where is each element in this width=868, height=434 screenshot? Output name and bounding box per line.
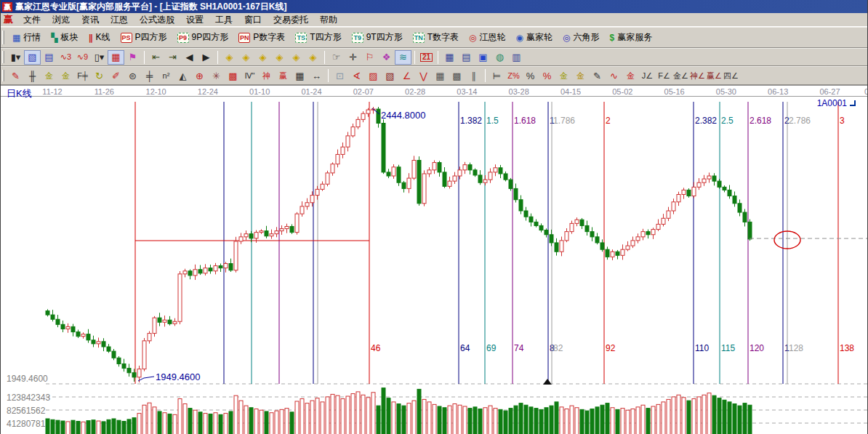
gann-count-label: 115 xyxy=(721,343,735,353)
candle-body xyxy=(427,170,431,174)
application-window: 赢 赢家江恩专业版[赢家内部服务平台] - [上证指数 SH1A0001-167… xyxy=(0,0,868,434)
candle-body xyxy=(412,161,416,179)
candle-body xyxy=(97,342,100,344)
candle-body xyxy=(377,109,380,123)
volume-bar xyxy=(377,406,380,434)
volume-bar xyxy=(107,419,110,434)
volume-bar xyxy=(132,418,136,434)
candle-body xyxy=(682,190,686,194)
candle-body xyxy=(321,184,324,189)
axis-value-label: 82561562 xyxy=(7,406,46,416)
candle-body xyxy=(651,230,655,235)
gann-ratio-label: 1.382 xyxy=(460,116,482,126)
candle-body xyxy=(707,176,711,179)
volume-bar xyxy=(702,395,706,434)
volume-bar xyxy=(366,398,370,434)
volume-bar xyxy=(346,396,350,434)
candle-body xyxy=(46,311,49,315)
volume-bar xyxy=(198,412,202,434)
volume-bar xyxy=(387,398,390,434)
volume-bar xyxy=(550,406,553,434)
candle-body xyxy=(341,147,345,154)
candle-body xyxy=(168,320,172,324)
axis-value-label: 41280781 xyxy=(7,419,46,429)
volume-bar xyxy=(275,411,278,434)
candle-body xyxy=(494,168,497,172)
candle-body xyxy=(265,231,268,236)
volume-bar xyxy=(539,409,543,434)
candle-body xyxy=(733,196,736,204)
candle-body xyxy=(702,179,706,182)
volume-bar xyxy=(290,412,294,434)
gann-ratio-label: 2.5 xyxy=(721,116,734,126)
candle-body xyxy=(234,241,238,270)
gann-count-label: 110 xyxy=(695,343,709,353)
candle-body xyxy=(723,187,726,190)
candle-body xyxy=(626,246,630,249)
candle-body xyxy=(76,332,80,337)
candle-body xyxy=(336,154,339,164)
volume-bar xyxy=(142,405,146,434)
volume-bar xyxy=(356,392,360,434)
volume-bar xyxy=(168,414,172,434)
candle-body xyxy=(478,175,482,182)
candle-body xyxy=(433,163,436,170)
volume-bar xyxy=(209,414,212,434)
axis-value-label: 123842343 xyxy=(7,393,50,403)
volume-bar xyxy=(636,407,640,434)
volume-bar xyxy=(646,409,650,434)
volume-bar xyxy=(529,407,533,434)
candle-body xyxy=(148,334,151,341)
volume-bar xyxy=(651,406,655,434)
candle-body xyxy=(81,334,85,337)
volume-bar xyxy=(87,421,90,434)
candle-body xyxy=(331,164,334,173)
candle-body xyxy=(163,320,166,322)
volume-bar xyxy=(326,397,329,434)
volume-bar xyxy=(738,406,742,434)
volume-bar xyxy=(412,401,416,434)
period-label: 日K线 xyxy=(7,87,32,100)
volume-bar xyxy=(544,408,548,434)
volume-bar xyxy=(473,407,477,434)
volume-bar xyxy=(697,397,701,434)
volume-bar xyxy=(468,409,472,434)
volume-bar xyxy=(427,402,431,434)
candle-body xyxy=(422,174,426,204)
candle-body xyxy=(524,211,528,217)
volume-bar xyxy=(392,402,395,434)
candle-body xyxy=(453,176,457,181)
candle-body xyxy=(366,110,370,113)
candle-body xyxy=(631,241,635,246)
volume-bar xyxy=(229,411,233,434)
volume-bar xyxy=(178,399,182,434)
candle-body xyxy=(483,180,487,182)
volume-bar xyxy=(188,409,192,434)
candle-body xyxy=(198,270,202,273)
candle-body xyxy=(173,321,177,324)
candle-body xyxy=(204,268,207,273)
gann-ratio-label: 1.5 xyxy=(486,116,499,126)
volume-bar xyxy=(112,419,116,434)
volume-bar xyxy=(260,410,263,434)
volume-bar xyxy=(692,399,696,434)
volume-bar xyxy=(254,409,258,434)
candle-body xyxy=(142,341,146,369)
volume-bar xyxy=(565,409,568,434)
candle-body xyxy=(300,206,304,214)
volume-bar xyxy=(173,414,177,434)
chart-canvas[interactable]: 461.382641.5691.61874181.786822922.38211… xyxy=(1,0,868,434)
candle-body xyxy=(229,264,233,270)
candle-body xyxy=(239,237,243,241)
candle-body xyxy=(743,212,747,222)
candle-body xyxy=(677,195,680,202)
gann-count-label: 138 xyxy=(840,343,854,353)
volume-bar xyxy=(61,421,65,434)
candle-body xyxy=(509,180,513,188)
candle-body xyxy=(361,113,365,119)
volume-bar xyxy=(193,410,197,434)
volume-bar xyxy=(489,406,492,434)
volume-bar xyxy=(295,401,299,434)
volume-bar xyxy=(743,403,747,434)
candle-body xyxy=(224,264,228,268)
